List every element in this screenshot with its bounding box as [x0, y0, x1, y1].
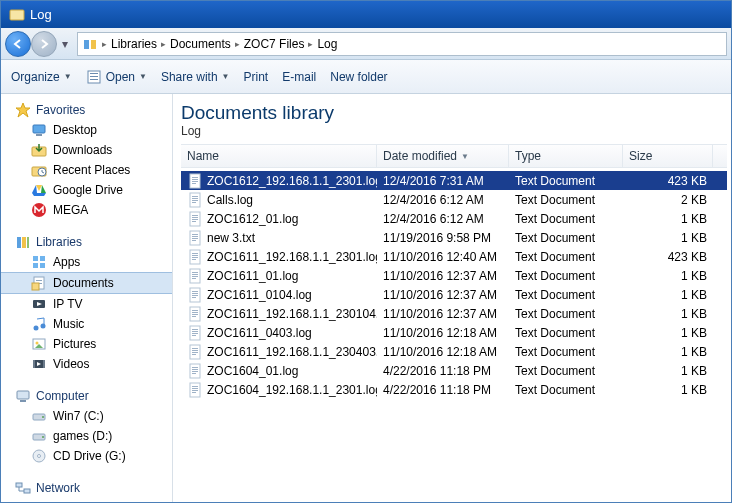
file-date: 11/10/2016 12:18 AM	[377, 345, 509, 359]
file-type: Text Document	[509, 193, 623, 207]
downloads-icon	[31, 142, 47, 158]
svg-rect-78	[192, 274, 198, 275]
file-row[interactable]: new 3.txt11/19/2016 9:58 PMText Document…	[181, 228, 727, 247]
file-row[interactable]: ZOC1612_192.168.1.1_2301.log12/4/2016 7:…	[181, 171, 727, 190]
share-menu[interactable]: Share with▼	[161, 70, 230, 84]
file-row[interactable]: ZOC1612_01.log12/4/2016 6:12 AMText Docu…	[181, 209, 727, 228]
column-date[interactable]: Date modified▼	[377, 145, 509, 167]
file-date: 11/10/2016 12:37 AM	[377, 269, 509, 283]
libraries-icon	[82, 36, 98, 52]
newfolder-button[interactable]: New folder	[330, 70, 387, 84]
sidebar-item-label: Videos	[53, 357, 89, 371]
breadcrumb-sep-icon: ▸	[235, 39, 240, 49]
sidebar-header-computer[interactable]: Computer	[1, 386, 172, 406]
window-title: Log	[30, 7, 52, 22]
print-button[interactable]: Print	[244, 70, 269, 84]
sidebar-item[interactable]: games (D:)	[1, 426, 172, 446]
toolbar: Organize▼ Open▼ Share with▼ Print E-mail…	[1, 60, 731, 94]
file-date: 4/22/2016 11:18 PM	[377, 364, 509, 378]
svg-rect-53	[192, 179, 198, 180]
svg-marker-16	[32, 185, 37, 193]
svg-rect-68	[192, 236, 198, 237]
file-row[interactable]: ZOC1611_0104.log11/10/2016 12:37 AMText …	[181, 285, 727, 304]
file-name: ZOC1612_01.log	[207, 212, 298, 226]
sidebar-item[interactable]: Apps	[1, 252, 172, 272]
forward-button[interactable]	[31, 31, 57, 57]
pictures-icon	[31, 336, 47, 352]
file-type: Text Document	[509, 212, 623, 226]
drive-icon	[31, 428, 47, 444]
svg-rect-99	[192, 352, 198, 353]
svg-rect-89	[192, 314, 198, 315]
sidebar-item[interactable]: Documents	[1, 272, 172, 294]
file-size: 1 KB	[623, 212, 713, 226]
file-row[interactable]: ZOC1611_192.168.1.1_230403.log11/10/2016…	[181, 342, 727, 361]
svg-rect-93	[192, 331, 198, 332]
sidebar-item[interactable]: Videos	[1, 354, 172, 374]
sidebar-item[interactable]: IP TV	[1, 294, 172, 314]
file-list[interactable]: ZOC1612_192.168.1.1_2301.log12/4/2016 7:…	[181, 168, 727, 502]
text-file-icon	[187, 325, 203, 341]
sidebar-item[interactable]: Downloads	[1, 140, 172, 160]
svg-rect-90	[192, 316, 196, 317]
breadcrumb[interactable]: ▸ Libraries ▸ Documents ▸ ZOC7 Files ▸ L…	[77, 32, 727, 56]
file-date: 12/4/2016 7:31 AM	[377, 174, 509, 188]
column-headers: Name Date modified▼ Type Size	[181, 144, 727, 168]
favorites-icon	[15, 102, 31, 118]
file-row[interactable]: Calls.log12/4/2016 6:12 AMText Document2…	[181, 190, 727, 209]
file-name: ZOC1611_192.168.1.1_230104.log	[207, 307, 377, 321]
sidebar-item[interactable]: CD Drive (G:)	[1, 446, 172, 466]
column-size[interactable]: Size	[623, 145, 713, 167]
organize-menu[interactable]: Organize▼	[11, 70, 72, 84]
sidebar-header-favorites[interactable]: Favorites	[1, 100, 172, 120]
file-size: 1 KB	[623, 231, 713, 245]
svg-rect-21	[27, 237, 29, 248]
file-type: Text Document	[509, 250, 623, 264]
sidebar-header-network[interactable]: Network	[1, 478, 172, 498]
library-header: Documents library Log	[181, 100, 727, 144]
sidebar-item[interactable]: MEGA	[1, 200, 172, 220]
text-file-icon	[187, 382, 203, 398]
svg-rect-69	[192, 238, 198, 239]
sidebar-item[interactable]: Recent Places	[1, 160, 172, 180]
file-row[interactable]: ZOC1611_0403.log11/10/2016 12:18 AMText …	[181, 323, 727, 342]
svg-rect-103	[192, 369, 198, 370]
sidebar-item[interactable]: Google Drive	[1, 180, 172, 200]
sidebar-item-label: Desktop	[53, 123, 97, 137]
file-row[interactable]: ZOC1611_01.log11/10/2016 12:37 AMText Do…	[181, 266, 727, 285]
breadcrumb-part[interactable]: Documents	[170, 37, 231, 51]
sidebar: Favorites DesktopDownloadsRecent PlacesG…	[1, 94, 173, 502]
sidebar-item-label: Google Drive	[53, 183, 123, 197]
file-type: Text Document	[509, 288, 623, 302]
file-row[interactable]: ZOC1611_192.168.1.1_2301.log11/10/2016 1…	[181, 247, 727, 266]
sidebar-item[interactable]: Win7 (C:)	[1, 406, 172, 426]
svg-rect-65	[192, 221, 196, 222]
breadcrumb-part[interactable]: ZOC7 Files	[244, 37, 305, 51]
sidebar-item-label: MEGA	[53, 203, 88, 217]
nav-history-dropdown[interactable]: ▾	[57, 37, 73, 51]
breadcrumb-part[interactable]: Libraries	[111, 37, 157, 51]
back-button[interactable]	[5, 31, 31, 57]
file-date: 11/10/2016 12:37 AM	[377, 288, 509, 302]
titlebar[interactable]: Log	[1, 1, 731, 28]
file-size: 1 KB	[623, 364, 713, 378]
open-menu[interactable]: Open▼	[86, 69, 147, 85]
file-date: 4/22/2016 11:18 PM	[377, 383, 509, 397]
email-button[interactable]: E-mail	[282, 70, 316, 84]
column-type[interactable]: Type	[509, 145, 623, 167]
sidebar-item[interactable]: Music	[1, 314, 172, 334]
sidebar-item[interactable]: Desktop	[1, 120, 172, 140]
sidebar-item[interactable]: Pictures	[1, 334, 172, 354]
window-icon	[9, 7, 25, 23]
file-row[interactable]: ZOC1604_192.168.1.1_2301.log4/22/2016 11…	[181, 380, 727, 399]
breadcrumb-part[interactable]: Log	[317, 37, 337, 51]
file-type: Text Document	[509, 174, 623, 188]
text-file-icon	[187, 173, 203, 189]
svg-rect-38	[33, 360, 35, 368]
sidebar-group-favorites: Favorites DesktopDownloadsRecent PlacesG…	[1, 100, 172, 220]
file-row[interactable]: ZOC1604_01.log4/22/2016 11:18 PMText Doc…	[181, 361, 727, 380]
sidebar-header-libraries[interactable]: Libraries	[1, 232, 172, 252]
column-name[interactable]: Name	[181, 145, 377, 167]
svg-marker-14	[36, 185, 42, 191]
file-row[interactable]: ZOC1611_192.168.1.1_230104.log11/10/2016…	[181, 304, 727, 323]
